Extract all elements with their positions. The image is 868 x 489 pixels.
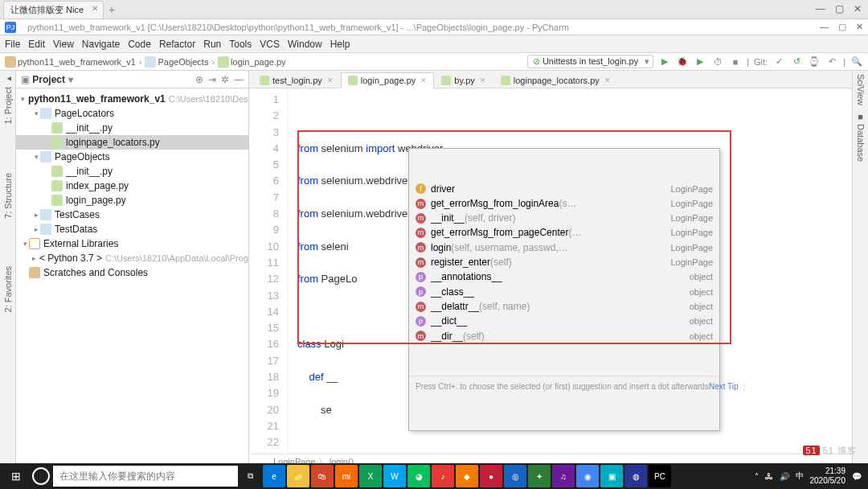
tray-volume-icon[interactable]: 🔊 [780,472,789,481]
profile-icon[interactable]: ⏱ [711,55,724,68]
code-completion-popup[interactable]: fdriverLoginPagemget_errorMsg_from_login… [408,148,720,431]
tree-file-loginpage-locators[interactable]: loginpage_locators.py [16,135,248,150]
tree-file-init[interactable]: __init__.py [16,121,248,135]
taskbar-app-generic[interactable]: ◍ [624,465,647,487]
taskbar-app-wechat[interactable]: ◕ [407,465,430,487]
close-icon[interactable]: ✕ [604,76,611,84]
system-tray[interactable]: ˄ 🖧 🔊 中 21:39 2020/5/20 💬 [755,466,866,486]
code-editor[interactable]: 1234567891011121314151617181920212223 fr… [249,88,852,454]
taskbar-app-generic[interactable]: ✦ [528,465,551,487]
completion-item[interactable]: mget_errorMsg_from_loginArea(s…LoginPage [409,196,719,211]
project-view-selector[interactable]: ▣ Project [21,74,73,85]
tray-ime-icon[interactable]: 中 [796,471,804,482]
menu-navigate[interactable]: Navigate [82,39,120,50]
tray-network-icon[interactable]: 🖧 [765,472,773,481]
tree-python-interpreter[interactable]: ▸< Python 3.7 >C:\Users\18210\AppData\Lo… [16,251,248,265]
tree-folder-testcases[interactable]: ▸TestCases [16,208,248,222]
menu-edit[interactable]: Edit [28,39,45,50]
completion-item[interactable]: fdriverLoginPage [409,182,719,196]
breadcrumb-folder[interactable]: PageObjects [158,57,208,67]
start-button[interactable]: ⊞ [3,463,29,489]
taskbar-app-pycharm[interactable]: PC [649,465,671,487]
gear-icon[interactable]: ✲ [221,74,229,85]
database-tool-button[interactable]: ■ Database [856,112,866,162]
tree-file-init[interactable]: __init__.py [16,164,248,179]
tree-external-libraries[interactable]: ▾External Libraries [16,236,248,251]
cortana-icon[interactable] [32,467,50,485]
vcs-rollback-icon[interactable]: ↶ [825,55,838,68]
vcs-history-icon[interactable]: ⌚ [808,55,821,68]
taskbar-app-generic[interactable]: ◎ [504,465,526,487]
ide-minimize-icon[interactable]: — [820,22,829,32]
taskbar-app-generic[interactable]: ▣ [600,465,623,487]
taskbar-clock[interactable]: 21:39 2020/5/20 [810,466,846,486]
add-tab-button[interactable]: + [108,3,115,16]
close-icon[interactable]: ✕ [420,76,427,84]
completion-item[interactable]: p__class__object [409,285,719,299]
file-tab[interactable]: loginpage_locators.py✕ [493,72,618,88]
task-view-icon[interactable]: ⧉ [239,465,261,487]
completion-item[interactable]: m__dir__(self)object [409,329,719,343]
menu-tools[interactable]: Tools [229,39,252,50]
menu-window[interactable]: Window [288,39,322,50]
menu-file[interactable]: File [5,39,20,50]
taskbar-app-word[interactable]: W [383,465,406,487]
taskbar-app-netease[interactable]: ♪ [432,465,454,487]
stop-icon[interactable]: ■ [729,55,742,68]
completion-item[interactable]: mlogin(self, username, passwd,…LoginPage [409,240,719,255]
tree-folder-pageobjects[interactable]: ▾PageObjects [16,150,248,164]
completion-item[interactable]: m__delattr__(self, name)object [409,299,719,314]
completion-item[interactable]: p__dict__object [409,314,719,328]
taskbar-app-mi[interactable]: mi [335,465,358,487]
browser-tab[interactable]: 让微信排版变 Nice ✕ [3,1,104,18]
taskbar-app-edge[interactable]: e [263,465,285,487]
scroll-from-source-icon[interactable]: ⊕ [195,74,203,85]
taskbar-app-generic[interactable]: ♫ [552,465,575,487]
tree-project-root[interactable]: ▾python11_web_framework_v1C:\Users\18210… [16,92,248,106]
taskbar-search[interactable]: 在这里输入你要搜索的内容 [53,466,238,487]
favorites-tool-button[interactable]: 2: Favorites [3,266,13,312]
breadcrumb-file[interactable]: login_page.py [231,57,286,67]
tree-folder-testdatas[interactable]: ▸TestDatas [16,222,248,236]
close-icon[interactable]: ✕ [480,76,486,84]
structure-tool-button[interactable]: 7: Structure [3,173,13,219]
file-tab[interactable]: test_login.py✕ [252,72,341,88]
completion-item[interactable]: p__annotations__object [409,269,719,284]
project-tree[interactable]: ▾python11_web_framework_v1C:\Users\18210… [16,88,248,470]
completion-item[interactable]: m__init__(self, driver)LoginPage [409,211,719,225]
menu-code[interactable]: Code [128,39,151,50]
taskbar-app-generic[interactable]: ● [480,465,502,487]
taskbar-app-explorer[interactable]: 📁 [287,465,309,487]
close-icon[interactable]: ✕ [327,76,334,84]
taskbar-app-store[interactable]: 🛍 [311,465,334,487]
tree-scratches[interactable]: Scratches and Consoles [16,265,248,280]
taskbar-app-chrome[interactable]: ◉ [576,465,599,487]
hide-panel-icon[interactable]: — [234,74,244,85]
close-window-icon[interactable]: ✕ [854,3,862,14]
run-configuration-selector[interactable]: ⊘ Unittests in test_login.py [527,55,653,68]
tray-up-icon[interactable]: ˄ [755,472,759,481]
sciview-tool-button[interactable]: SciView [856,74,866,105]
code-content[interactable]: from selenium import webdriver from sele… [288,88,852,454]
menu-vcs[interactable]: VCS [260,39,280,50]
breadcrumb-root[interactable]: python11_web_framework_v1 [18,57,136,67]
close-icon[interactable]: ✕ [92,4,98,13]
taskbar-app-excel[interactable]: X [359,465,382,487]
notifications-icon[interactable]: 💬 [852,472,862,481]
run-icon[interactable]: ▶ [658,55,671,68]
project-tool-button[interactable]: 1: Project ▸ [2,74,13,125]
debug-icon[interactable]: 🐞 [676,55,689,68]
menu-view[interactable]: View [53,39,74,50]
tree-file-index-page[interactable]: index_page.py [16,179,248,193]
vcs-update-icon[interactable]: ✓ [772,55,785,68]
collapse-all-icon[interactable]: ⇥ [208,74,216,85]
search-icon[interactable]: 🔍 [850,55,863,68]
ide-maximize-icon[interactable]: ▢ [838,22,846,32]
tree-file-login-page[interactable]: login_page.py [16,193,248,208]
file-tab-active[interactable]: login_page.py✕ [341,72,435,88]
maximize-icon[interactable]: ▢ [835,3,844,14]
completion-item[interactable]: mget_errorMsg_from_pageCenter(…LoginPage [409,225,719,240]
vcs-commit-icon[interactable]: ↺ [790,55,803,68]
run-coverage-icon[interactable]: ▶ [694,55,706,68]
tree-folder-pagelocators[interactable]: ▾PageLocators [16,106,248,121]
